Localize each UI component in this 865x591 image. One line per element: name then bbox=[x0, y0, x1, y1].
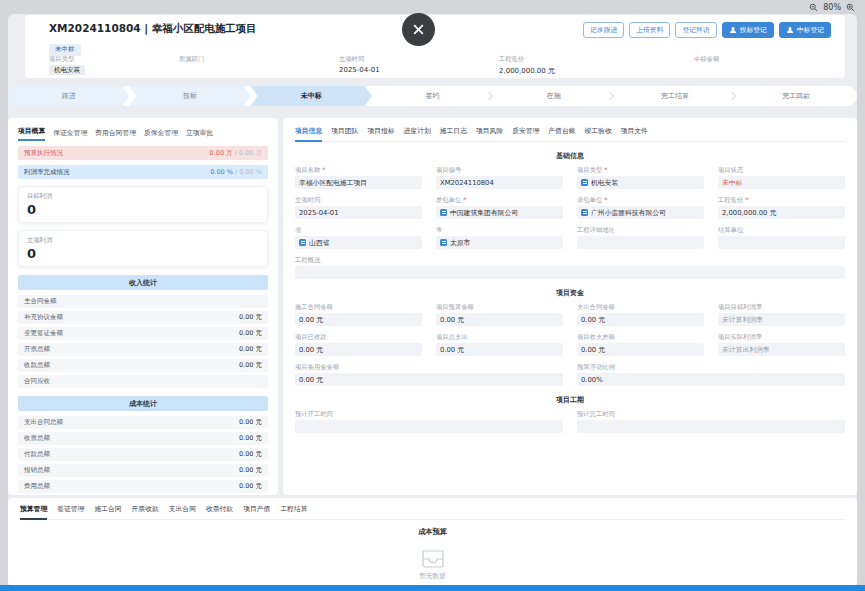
form-field-label: 工程造价 * bbox=[718, 196, 845, 204]
form-input[interactable]: 未计算出利润率 bbox=[718, 343, 845, 356]
summary-tab-5[interactable]: 立项审批 bbox=[186, 128, 213, 141]
stat-row-value: 0.00 元 bbox=[239, 434, 262, 443]
form-input[interactable]: 未中标 bbox=[718, 176, 845, 189]
form-input[interactable] bbox=[718, 236, 845, 249]
form-input-text: 未中标 bbox=[722, 178, 742, 188]
bar-total: / 0.00 % bbox=[233, 168, 262, 176]
form-input[interactable]: 未计算利润率 bbox=[718, 313, 845, 326]
project-header: XM2024110804 | 幸福小区配电施工项目 未中标 记录跟进上传资料登记… bbox=[25, 15, 845, 78]
form-input[interactable]: 0.00 元 bbox=[295, 313, 422, 326]
header-action-4[interactable]: 投标登记 bbox=[722, 22, 774, 38]
form-input[interactable]: 机电安装 bbox=[577, 176, 704, 189]
form-input-text: 未计算出利润率 bbox=[722, 345, 770, 355]
form-input[interactable]: 0.00 元 bbox=[295, 373, 563, 386]
stage-2[interactable]: 投标 bbox=[129, 86, 250, 106]
form-field-label: 预计完工时间 bbox=[577, 410, 845, 418]
form-input-text: 机电安装 bbox=[591, 178, 618, 188]
form-field-label: 项目收支差额 bbox=[577, 333, 704, 341]
detail-tab-5[interactable]: 施工日志 bbox=[440, 126, 467, 136]
stat-row-label: 变更签证金额 bbox=[24, 329, 63, 338]
form-input[interactable] bbox=[295, 420, 563, 433]
finance-tab-7[interactable]: 项目产值 bbox=[243, 504, 270, 514]
stat-row-value: 0.00 元 bbox=[239, 482, 262, 491]
summary-tab-4[interactable]: 质保金管理 bbox=[144, 128, 178, 141]
field-label: 立项时间 bbox=[339, 55, 499, 64]
close-button[interactable] bbox=[402, 13, 435, 46]
form-input[interactable]: 0.00 元 bbox=[436, 343, 563, 356]
form-input[interactable]: 0.00 元 bbox=[295, 343, 422, 356]
form-field-label: 项目已收款 bbox=[295, 333, 422, 341]
detail-tab-4[interactable]: 进度计划 bbox=[404, 126, 431, 136]
finance-tab-4[interactable]: 开票收款 bbox=[132, 504, 159, 514]
form-input[interactable] bbox=[577, 420, 845, 433]
form-grid: 预计开工时间预计完工时间 bbox=[295, 410, 845, 433]
zoom-in-icon[interactable] bbox=[846, 3, 855, 12]
form-input-text: 0.00 元 bbox=[440, 345, 464, 355]
finance-tab-1[interactable]: 预算管理 bbox=[20, 504, 47, 514]
bar-value: 0.00 % bbox=[210, 168, 233, 176]
detail-tab-8[interactable]: 产值台账 bbox=[548, 126, 575, 136]
form-input[interactable]: 0.00 元 bbox=[436, 313, 563, 326]
form-field: 项目实际利润率未计算出利润率 bbox=[718, 333, 845, 356]
summary-tab-1[interactable]: 项目概算 bbox=[18, 126, 45, 141]
stage-6[interactable]: 完工结算 bbox=[614, 86, 735, 106]
form-field-label: 项目类型 * bbox=[577, 166, 704, 174]
form-input[interactable]: 0.00 元 bbox=[577, 313, 704, 326]
form-field-label: 项目名称 * bbox=[295, 166, 422, 174]
finance-tab-3[interactable]: 施工合同 bbox=[94, 504, 121, 514]
detail-tab-7[interactable]: 质安管理 bbox=[512, 126, 539, 136]
form-input[interactable]: 幸福小区配电施工项目 bbox=[295, 176, 422, 189]
bar-label: 利润率完成情况 bbox=[24, 168, 70, 177]
stage-4[interactable]: 签约 bbox=[372, 86, 493, 106]
form-input[interactable]: 广州小蛮腰科技有限公司 bbox=[577, 206, 704, 219]
required-mark: * bbox=[602, 166, 607, 173]
detail-tab-10[interactable]: 项目文件 bbox=[621, 126, 648, 136]
detail-tab-9[interactable]: 竣工验收 bbox=[585, 126, 612, 136]
form-field: 工程概况 bbox=[295, 256, 845, 279]
field-label: 工程造价 bbox=[499, 55, 694, 64]
stat-row-value: 0.00 元 bbox=[239, 329, 262, 338]
detail-tab-2[interactable]: 项目团队 bbox=[331, 126, 358, 136]
header-action-1[interactable]: 记录跟进 bbox=[583, 22, 624, 38]
form-input[interactable]: 0.00% bbox=[577, 373, 845, 386]
form-field: 项目总支出0.00 元 bbox=[436, 333, 563, 356]
form-input[interactable]: 2025-04-01 bbox=[295, 206, 422, 219]
header-action-3[interactable]: 登记拜访 bbox=[675, 22, 716, 38]
header-action-5[interactable]: 中标登记 bbox=[779, 22, 831, 38]
form-input[interactable]: 山西省 bbox=[295, 236, 422, 249]
stat-row: 主合同金额 bbox=[18, 295, 268, 308]
form-input[interactable]: 中国建筑集团有限公司 bbox=[436, 206, 563, 219]
stage-7[interactable]: 完工回款 bbox=[736, 86, 857, 106]
header-action-2[interactable]: 上传资料 bbox=[629, 22, 670, 38]
form-input-text: 0.00 元 bbox=[581, 315, 605, 325]
form-input[interactable]: 2,000,000.00 元 bbox=[718, 206, 845, 219]
required-mark: * bbox=[602, 196, 607, 203]
zoom-out-icon[interactable] bbox=[809, 3, 818, 12]
stage-1[interactable]: 跟进 bbox=[8, 86, 129, 106]
form-input-text: 0.00 元 bbox=[299, 345, 323, 355]
field-label: 项目类型 bbox=[49, 55, 179, 64]
stage-3[interactable]: 未中标 bbox=[251, 86, 372, 106]
summary-tab-3[interactable]: 费用合同管理 bbox=[95, 128, 136, 141]
form-input[interactable] bbox=[577, 236, 704, 249]
summary-tab-2[interactable]: 保证金管理 bbox=[53, 128, 87, 141]
finance-tab-6[interactable]: 收票付款 bbox=[206, 504, 233, 514]
detail-tab-1[interactable]: 项目信息 bbox=[295, 126, 322, 136]
button-label: 上传资料 bbox=[636, 25, 663, 35]
detail-tab-3[interactable]: 项目指标 bbox=[367, 126, 394, 136]
stage-5[interactable]: 在施 bbox=[493, 86, 614, 106]
form-field-label: 预计开工时间 bbox=[295, 410, 563, 418]
stat-row: 支出合同总额0.00 元 bbox=[18, 416, 268, 429]
field-value bbox=[179, 66, 339, 75]
detail-tab-6[interactable]: 项目风险 bbox=[476, 126, 503, 136]
form-input[interactable]: XM2024110804 bbox=[436, 176, 563, 189]
form-input[interactable] bbox=[295, 266, 845, 279]
finance-tab-2[interactable]: 签证管理 bbox=[57, 504, 84, 514]
form-field-label: 承包单位 * bbox=[577, 196, 704, 204]
finance-tab-8[interactable]: 工程结算 bbox=[280, 504, 307, 514]
form-input[interactable]: 0.00 元 bbox=[577, 343, 704, 356]
form-input[interactable]: 太原市 bbox=[436, 236, 563, 249]
finance-tab-5[interactable]: 支出合同 bbox=[169, 504, 196, 514]
bar-values: 0.00 万 / 0.00 万 bbox=[210, 149, 262, 158]
form-field: 工程造价 *2,000,000.00 元 bbox=[718, 196, 845, 219]
